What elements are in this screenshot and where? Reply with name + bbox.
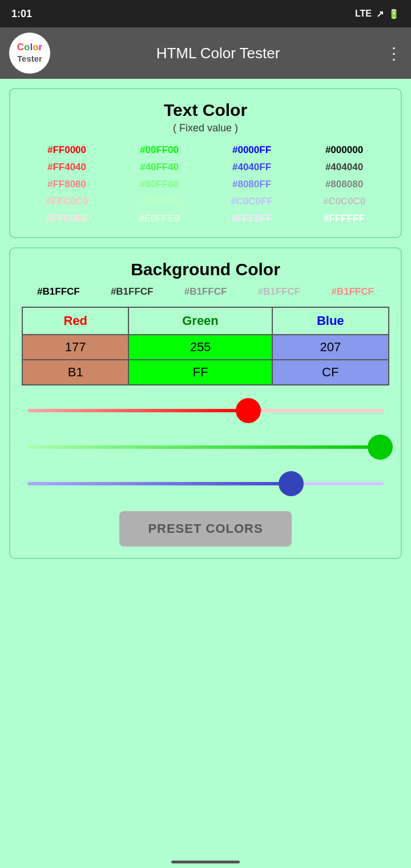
status-right: LTE ↗ 🔋	[355, 9, 400, 19]
color-grid: #FF0000 #00FF00 #0000FF #000000 #FF4040 …	[22, 143, 389, 226]
color-cell[interactable]: #8080FF	[207, 178, 297, 191]
bottom-area	[0, 568, 411, 682]
color-cell[interactable]: #FFE0FF	[207, 212, 297, 226]
preset-colors-button[interactable]: PRESET COLORS	[119, 511, 291, 546]
color-cell[interactable]: #40FF40	[114, 160, 204, 174]
td-red-hex: B1	[22, 360, 128, 385]
color-cell[interactable]: #80FF80	[114, 178, 204, 191]
text-color-subtitle: ( Fixed value )	[22, 122, 389, 134]
td-red-decimal: 177	[22, 335, 128, 360]
color-cell[interactable]: #00FF00	[114, 143, 204, 157]
td-green-hex: FF	[128, 360, 272, 385]
bg-color-card: Background Color #B1FFCF #B1FFCF #B1FFCF…	[9, 247, 402, 559]
th-blue: Blue	[272, 307, 389, 335]
rgb-table: Red Green Blue 177 255 207 B1 FF CF	[22, 307, 389, 385]
blue-slider-row[interactable]	[27, 472, 384, 495]
th-red: Red	[22, 307, 128, 335]
app-logo-text: Color Tester	[17, 42, 42, 65]
bg-color-title: Background Color	[22, 260, 389, 279]
signal-icon: ↗	[376, 9, 384, 19]
app-title: HTML Color Tester	[59, 45, 377, 62]
td-blue-decimal: 207	[272, 335, 389, 360]
slider-section	[22, 399, 389, 495]
app-logo: Color Tester	[9, 33, 50, 74]
color-cell[interactable]: #FFC0C0	[22, 195, 112, 208]
color-cell[interactable]: #404040	[299, 160, 389, 174]
color-cell[interactable]: #0000FF	[207, 143, 297, 157]
color-cell[interactable]: #C0FFC0	[114, 195, 204, 208]
bg-hex-5[interactable]: #B1FFCF	[331, 286, 374, 298]
bg-hex-3[interactable]: #B1FFCF	[184, 286, 227, 298]
green-track	[27, 445, 384, 449]
menu-icon[interactable]: ⋮	[386, 44, 402, 63]
color-cell[interactable]: #000000	[299, 143, 389, 157]
color-cell[interactable]: #FFE0E0	[22, 212, 112, 226]
bg-hex-4[interactable]: #B1FFCF	[257, 286, 300, 298]
color-cell[interactable]: #FF4040	[22, 160, 112, 174]
td-green-decimal: 255	[128, 335, 272, 360]
bg-hex-row: #B1FFCF #B1FFCF #B1FFCF #B1FFCF #B1FFCF	[22, 286, 389, 298]
text-color-title: Text Color	[22, 101, 389, 120]
text-color-card: Text Color ( Fixed value ) #FF0000 #00FF…	[9, 88, 402, 238]
red-thumb[interactable]	[236, 398, 261, 423]
color-cell[interactable]: #C0C0C0	[299, 195, 389, 208]
lte-icon: LTE	[355, 9, 372, 19]
blue-track	[27, 482, 384, 485]
battery-icon: 🔋	[388, 9, 400, 19]
color-cell[interactable]: #FF8080	[22, 178, 112, 191]
color-cell[interactable]: #FFFFFF	[299, 212, 389, 226]
color-cell[interactable]: #4040FF	[207, 160, 297, 174]
color-cell[interactable]: #FF0000	[22, 143, 112, 157]
green-thumb[interactable]	[368, 435, 393, 460]
main-content: Text Color ( Fixed value ) #FF0000 #00FF…	[0, 79, 411, 568]
red-track	[27, 409, 384, 412]
color-cell[interactable]: #E0FFE0	[114, 212, 204, 226]
bg-hex-1[interactable]: #B1FFCF	[37, 286, 80, 298]
th-green: Green	[128, 307, 272, 335]
color-cell[interactable]: #C0C0FF	[207, 195, 297, 208]
status-time: 1:01	[11, 8, 32, 20]
td-blue-hex: CF	[272, 360, 389, 385]
status-bar: 1:01 LTE ↗ 🔋	[0, 0, 411, 27]
red-slider-row[interactable]	[27, 399, 384, 422]
home-indicator	[171, 861, 240, 863]
color-cell[interactable]: #808080	[299, 178, 389, 191]
bg-hex-2[interactable]: #B1FFCF	[111, 286, 154, 298]
blue-thumb[interactable]	[279, 471, 304, 496]
app-bar: Color Tester HTML Color Tester ⋮	[0, 27, 411, 79]
green-slider-row[interactable]	[27, 436, 384, 459]
